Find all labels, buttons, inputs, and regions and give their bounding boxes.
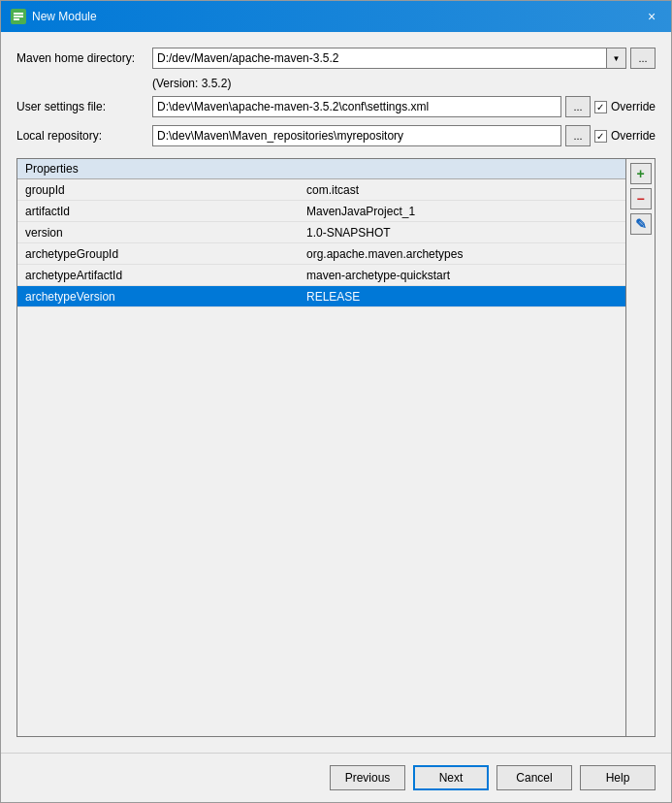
local-repo-label: Local repository: xyxy=(16,129,152,143)
prop-value: 1.0-SNAPSHOT xyxy=(299,226,625,240)
properties-section: Properties groupId com.itcast artifactId… xyxy=(16,158,656,737)
maven-version-text: (Version: 3.5.2) xyxy=(152,77,656,90)
local-repo-override-area: ✓ Override xyxy=(594,129,656,143)
prop-key: archetypeVersion xyxy=(17,290,299,304)
maven-home-input-group: D:/dev/Maven/apache-maven-3.5.2 ▼ ... xyxy=(152,48,656,69)
properties-header: Properties xyxy=(17,159,625,179)
maven-home-dropdown-arrow[interactable]: ▼ xyxy=(607,48,626,69)
prop-value: MavenJavaProject_1 xyxy=(299,205,625,218)
prop-key: version xyxy=(17,226,299,240)
local-repo-override-label: Override xyxy=(611,129,656,143)
cancel-button[interactable]: Cancel xyxy=(496,765,572,790)
next-button[interactable]: Next xyxy=(413,765,489,790)
maven-home-browse-btn[interactable]: ... xyxy=(630,48,656,69)
maven-home-input[interactable]: D:/dev/Maven/apache-maven-3.5.2 xyxy=(152,48,607,69)
close-button[interactable]: × xyxy=(642,7,661,26)
title-bar: New Module × xyxy=(1,1,671,32)
svg-rect-1 xyxy=(14,13,23,15)
local-repo-browse-btn[interactable]: ... xyxy=(565,125,591,146)
local-repo-override-checkbox[interactable]: ✓ xyxy=(594,130,607,143)
user-settings-override-area: ✓ Override xyxy=(594,100,656,113)
prop-key: groupId xyxy=(17,183,299,197)
table-row[interactable]: groupId com.itcast xyxy=(17,179,625,201)
help-button[interactable]: Help xyxy=(580,765,656,790)
properties-side-buttons: + − ✎ xyxy=(625,159,655,736)
maven-home-row: Maven home directory: D:/dev/Maven/apach… xyxy=(16,48,656,69)
prop-key: archetypeGroupId xyxy=(17,247,299,261)
user-settings-row: User settings file: ... ✓ Override xyxy=(16,96,656,117)
new-module-dialog: New Module × Maven home directory: D:/de… xyxy=(0,0,672,803)
table-row[interactable]: version 1.0-SNAPSHOT xyxy=(17,222,625,243)
prop-value: org.apache.maven.archetypes xyxy=(299,247,625,261)
properties-table: groupId com.itcast artifactId MavenJavaP… xyxy=(17,179,625,736)
prop-value: RELEASE xyxy=(299,290,625,304)
bottom-bar: Previous Next Cancel Help xyxy=(1,753,671,802)
local-repo-row: Local repository: ... ✓ Override xyxy=(16,125,656,146)
user-settings-input[interactable] xyxy=(152,96,561,117)
user-settings-browse-btn[interactable]: ... xyxy=(565,96,591,117)
table-row[interactable]: archetypeGroupId org.apache.maven.archet… xyxy=(17,243,625,265)
add-property-button[interactable]: + xyxy=(630,163,652,184)
table-row-selected[interactable]: archetypeVersion RELEASE xyxy=(17,286,625,307)
module-icon xyxy=(11,9,26,24)
local-repo-input[interactable] xyxy=(152,125,561,146)
svg-rect-3 xyxy=(14,18,19,20)
user-settings-label: User settings file: xyxy=(16,100,152,113)
maven-home-label: Maven home directory: xyxy=(16,51,152,65)
properties-left: Properties groupId com.itcast artifactId… xyxy=(17,159,625,736)
remove-property-button[interactable]: − xyxy=(630,188,652,209)
local-repo-input-group: ... ✓ Override xyxy=(152,125,656,146)
dialog-content: Maven home directory: D:/dev/Maven/apach… xyxy=(1,32,671,753)
prop-key: archetypeArtifactId xyxy=(17,269,299,282)
previous-button[interactable]: Previous xyxy=(330,765,405,790)
prop-value: com.itcast xyxy=(299,183,625,197)
prop-key: artifactId xyxy=(17,205,299,218)
svg-rect-2 xyxy=(14,16,23,17)
user-settings-input-group: ... ✓ Override xyxy=(152,96,656,117)
table-row[interactable]: artifactId MavenJavaProject_1 xyxy=(17,201,625,222)
user-settings-override-label: Override xyxy=(611,100,656,113)
prop-value: maven-archetype-quickstart xyxy=(299,269,625,282)
table-row[interactable]: archetypeArtifactId maven-archetype-quic… xyxy=(17,265,625,286)
properties-title: Properties xyxy=(25,162,79,176)
edit-property-button[interactable]: ✎ xyxy=(630,213,652,235)
title-bar-left: New Module xyxy=(11,9,97,24)
user-settings-override-checkbox[interactable]: ✓ xyxy=(594,101,607,113)
dialog-title: New Module xyxy=(32,10,97,23)
